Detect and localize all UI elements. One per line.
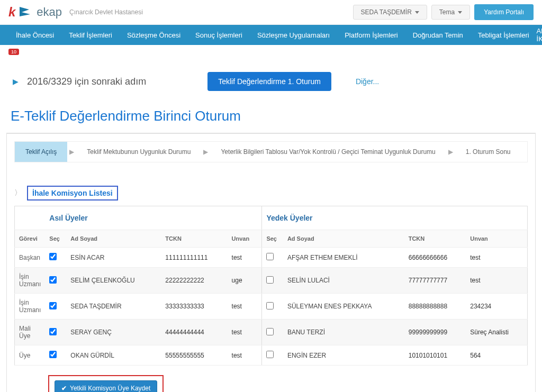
next-step-text: 2016/3329 için sonraki adım <box>27 76 146 87</box>
nav-item-sozlesme-oncesi[interactable]: Sözleşme Öncesi <box>120 31 188 39</box>
yedek-unvan-cell: 234234 <box>466 294 527 320</box>
step-oturum-sonu[interactable]: 1. Oturum Sonu <box>455 142 521 162</box>
asil-name-cell: OKAN GÜRDİL <box>66 345 161 366</box>
asil-checkbox-cell <box>45 320 66 345</box>
gorevi-spacer <box>15 206 46 230</box>
active-ikn: Aktif İKN: 2016/3329 <box>537 27 542 43</box>
col-unvan-asil: Unvan <box>228 230 262 248</box>
asil-unvan-cell: test <box>228 320 262 345</box>
nav-item-tebligat-islemleri[interactable]: Tebligat İşlemleri <box>471 31 537 39</box>
logo-area: k ekap Çınarcık Devlet Hastanesi <box>8 5 143 20</box>
asil-checkbox-cell <box>45 345 66 366</box>
teklif-degerlendirme-button[interactable]: Teklif Değerlendirme 1. Oturum <box>207 72 331 91</box>
yedek-checkbox[interactable] <box>266 328 274 335</box>
main-nav: İhale Öncesi Teklif İşlemleri Sözleşme Ö… <box>0 25 542 45</box>
content-panel: Teklif Açılış ▶ Teklif Mektubunun Uygunl… <box>6 133 536 392</box>
yedek-unvan-cell: test <box>466 268 527 294</box>
role-cell: Üye <box>15 345 46 366</box>
caret-down-icon <box>458 11 462 14</box>
table-row: İşin UzmanıSEDA TAŞDEMİR33333333333testS… <box>15 294 528 320</box>
yedek-tckn-cell: 99999999999 <box>404 320 466 345</box>
yedek-checkbox[interactable] <box>266 351 274 358</box>
chevron-right-icon: ▶ <box>446 148 455 156</box>
yedek-tckn-cell: 77777777777 <box>404 268 466 294</box>
help-portal-button[interactable]: Yardım Portalı <box>474 4 534 20</box>
chevron-right-icon: ▶ <box>67 148 76 156</box>
asil-name-cell: ESİN ACAR <box>66 248 161 268</box>
col-tckn-yedek: TCKN <box>404 230 466 248</box>
asil-unvan-cell: test <box>228 294 262 320</box>
yedek-name-cell: SÜLEYMAN ENES PEKKAYA <box>283 294 404 320</box>
yedek-checkbox-cell <box>262 345 283 366</box>
yedek-checkbox[interactable] <box>266 253 274 260</box>
more-link[interactable]: Diğer... <box>356 77 379 86</box>
col-gorevi: Görevi <box>15 230 46 248</box>
yedek-checkbox[interactable] <box>266 302 274 309</box>
step-teklif-mektubunun[interactable]: Teklif Mektubunun Uygunluk Durumu <box>76 142 201 162</box>
nav-item-teklif-islemleri[interactable]: Teklif İşlemleri <box>61 31 120 39</box>
next-step-bar: ▶ 2016/3329 için sonraki adım Teklif Değ… <box>0 57 542 102</box>
col-sec-asil: Seç <box>45 230 66 248</box>
col-adsoyad-yedek: Ad Soyad <box>283 230 404 248</box>
yedek-checkbox-cell <box>262 320 283 345</box>
theme-dropdown[interactable]: Tema <box>431 5 470 20</box>
role-cell: Mali Üye <box>15 320 46 345</box>
nav-item-dogrudan-temin[interactable]: Doğrudan Temin <box>405 31 471 39</box>
asil-unvan-cell: test <box>228 345 262 366</box>
table-row: Mali ÜyeSERAY GENÇ44444444444testBANU TE… <box>15 320 528 345</box>
header-right: SEDA TAŞDEMİR Tema Yardım Portalı <box>353 4 534 20</box>
nav-item-sozlesme-uygulamalari[interactable]: Sözleşme Uygulamaları <box>250 31 337 39</box>
notification-badge-wrap: 10 <box>0 45 542 57</box>
table-row: ÜyeOKAN GÜRDİL55555555555testENGİN EZER1… <box>15 345 528 366</box>
nav-item-ihale-oncesi[interactable]: İhale Öncesi <box>8 31 61 39</box>
user-dropdown[interactable]: SEDA TAŞDEMİR <box>353 5 427 20</box>
asil-checkbox[interactable] <box>49 328 57 335</box>
step-teklif-acilis[interactable]: Teklif Açılış <box>15 142 67 162</box>
col-unvan-yedek: Unvan <box>466 230 527 248</box>
check-icon: ✔ <box>61 385 67 392</box>
caret-down-icon <box>415 11 419 14</box>
yedek-checkbox-cell <box>262 268 283 294</box>
role-cell: Başkan <box>15 248 46 268</box>
yedek-tckn-cell: 88888888888 <box>404 294 466 320</box>
col-sec-yedek: Seç <box>262 230 283 248</box>
yedek-name-cell: SELİN LULACİ <box>283 268 404 294</box>
asil-uyeler-header: Asıl Üyeler <box>45 206 262 230</box>
asil-tckn-cell: 22222222222 <box>161 268 227 294</box>
section-title-wrap: 〉 İhale Komisyon Listesi <box>14 186 528 200</box>
chevron-right-icon[interactable]: 〉 <box>14 188 22 198</box>
col-tckn-asil: TCKN <box>161 230 227 248</box>
step-yeterlik-bilgileri[interactable]: Yeterlik Bilgileri Tablosu Var/Yok Kontr… <box>210 142 446 162</box>
yedek-checkbox[interactable] <box>266 276 274 284</box>
theme-label: Tema <box>439 8 455 16</box>
save-button-label: Yetkili Komisyon Üye Kaydet <box>70 385 150 392</box>
yedek-name-cell: ENGİN EZER <box>283 345 404 366</box>
asil-checkbox[interactable] <box>49 351 57 358</box>
yedek-unvan-cell: Süreç Analisti <box>466 320 527 345</box>
asil-checkbox-cell <box>45 248 66 268</box>
asil-checkbox[interactable] <box>49 302 57 309</box>
asil-checkbox[interactable] <box>49 253 57 260</box>
asil-checkbox[interactable] <box>49 276 57 284</box>
asil-name-cell: SERAY GENÇ <box>66 320 161 345</box>
notification-badge[interactable]: 10 <box>8 49 19 55</box>
asil-checkbox-cell <box>45 294 66 320</box>
asil-name-cell: SEDA TAŞDEMİR <box>66 294 161 320</box>
nav-item-platform-islemleri[interactable]: Platform İşlemleri <box>337 31 405 39</box>
asil-tckn-cell: 55555555555 <box>161 345 227 366</box>
col-adsoyad-asil: Ad Soyad <box>66 230 161 248</box>
asil-tckn-cell: 44444444444 <box>161 320 227 345</box>
asil-tckn-cell: 111111111111 <box>161 248 227 268</box>
asil-unvan-cell: uge <box>228 268 262 294</box>
commission-table: Asıl Üyeler Yedek Üyeler Görevi Seç Ad S… <box>14 206 528 366</box>
nav-item-sonuc-islemleri[interactable]: Sonuç İşlemleri <box>188 31 250 39</box>
yedek-uyeler-header: Yedek Üyeler <box>262 206 528 230</box>
page-title: E-Teklif Değerlendirme Birinci Oturum <box>0 102 542 133</box>
table-row: İşin UzmanıSELİM ÇELENKOĞLU22222222222ug… <box>15 268 528 294</box>
asil-checkbox-cell <box>45 268 66 294</box>
yedek-name-cell: AFŞAR ETHEM EMEKLİ <box>283 248 404 268</box>
yetkili-komisyon-uye-kaydet-button[interactable]: ✔ Yetkili Komisyon Üye Kaydet <box>55 380 157 392</box>
brand-name: ekap <box>37 5 62 19</box>
svg-marker-0 <box>20 7 30 16</box>
step-bar: Teklif Açılış ▶ Teklif Mektubunun Uygunl… <box>14 141 528 162</box>
